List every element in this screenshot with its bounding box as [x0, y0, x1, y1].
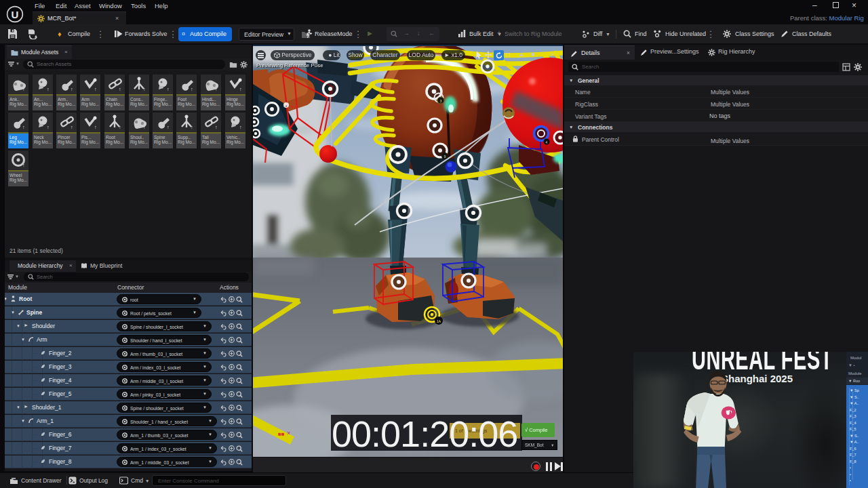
svg-text:▼4: ▼4 [290, 104, 298, 109]
svg-text:1A: 1A [437, 319, 441, 323]
svg-text:9: 9 [443, 155, 446, 159]
svg-text:+: + [285, 104, 287, 108]
svg-text:4: 4 [546, 140, 548, 144]
svg-text:3: 3 [439, 99, 441, 103]
svg-text:U: U [12, 9, 19, 20]
